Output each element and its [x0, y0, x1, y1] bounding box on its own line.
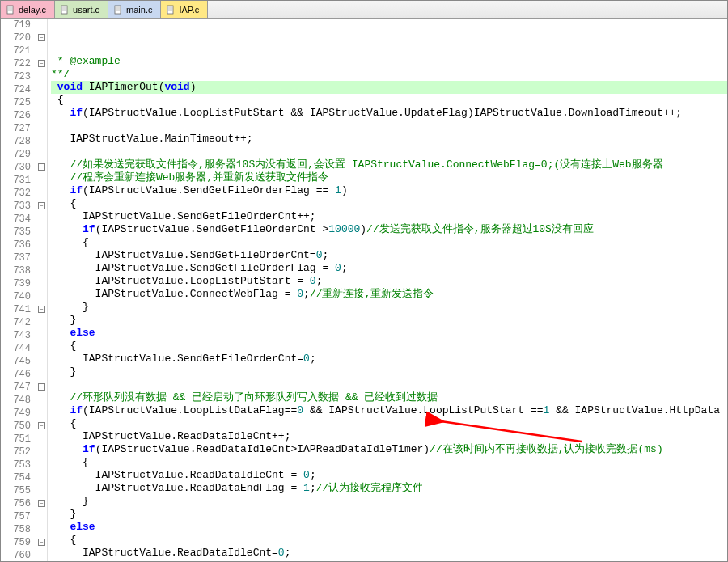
fold-toggle[interactable]: − — [38, 422, 45, 429]
line-number: 732 — [1, 187, 31, 200]
tab-main-c[interactable]: main.c — [108, 1, 161, 18]
line-number: 727 — [1, 122, 31, 135]
code-line[interactable]: IAPStructValue.SendGetFileOrderCnt++; — [51, 210, 727, 223]
code-line[interactable]: } — [51, 314, 727, 327]
line-number: 735 — [1, 226, 31, 239]
code-line[interactable]: { — [51, 340, 727, 353]
line-number: 748 — [1, 394, 31, 407]
line-number: 752 — [1, 446, 31, 458]
line-number-gutter: 7197207217227237247257267277287297307317… — [1, 19, 36, 561]
tab-label: delay.c — [19, 5, 46, 15]
code-line[interactable] — [51, 146, 727, 158]
code-line[interactable]: //程序会重新连接Web服务器,并重新发送获取文件指令 — [51, 171, 727, 184]
code-line[interactable]: } — [51, 495, 727, 508]
code-line[interactable]: { — [51, 236, 727, 249]
code-line[interactable] — [51, 120, 727, 133]
code-line[interactable]: if(IAPStructValue.SendGetFileOrderCnt >1… — [51, 223, 727, 236]
line-number: 719 — [1, 19, 31, 32]
line-number: 754 — [1, 471, 31, 484]
line-number: 758 — [1, 523, 31, 536]
code-line[interactable]: } — [51, 508, 727, 521]
code-line[interactable]: IAPStructValue.MainTimeout++; — [51, 133, 727, 146]
line-number: 741 — [1, 303, 31, 316]
code-line[interactable]: * @example — [51, 55, 727, 68]
fold-toggle[interactable]: − — [38, 202, 45, 209]
code-line[interactable]: //如果发送完获取文件指令,服务器10S内没有返回,会设置 IAPStructV… — [51, 158, 727, 171]
svg-rect-0 — [7, 6, 13, 14]
fold-toggle[interactable]: − — [38, 500, 45, 507]
code-line[interactable]: } — [51, 301, 727, 314]
code-line[interactable]: else — [51, 521, 727, 534]
code-line[interactable]: IAPStructValue.SendGetFileOrderCnt=0; — [51, 249, 727, 262]
fold-toggle[interactable]: − — [38, 163, 45, 171]
code-line[interactable]: IAPStructValue.ReadDataIdleCnt = 0; — [51, 469, 727, 482]
file-icon — [166, 5, 176, 15]
line-number: 720 — [1, 32, 31, 44]
code-line[interactable]: IAPStructValue.ReadDataIdleCnt=0; — [51, 547, 727, 560]
line-number: 723 — [1, 70, 31, 83]
code-line[interactable]: //环形队列没有数据 && 已经启动了向环形队列写入数据 && 已经收到过数据 — [51, 391, 727, 404]
code-line[interactable] — [51, 378, 727, 391]
code-line[interactable]: if(IAPStructValue.ReadDataIdleCnt>IAPRea… — [51, 443, 727, 456]
line-number: 722 — [1, 57, 31, 70]
line-number: 753 — [1, 458, 31, 471]
line-number: 746 — [1, 368, 31, 381]
code-line[interactable]: IAPStructValue.LoopListPutStart = 0; — [51, 275, 727, 288]
code-line[interactable]: { — [51, 197, 727, 210]
line-number: 736 — [1, 239, 31, 251]
tab-label: main.c — [126, 5, 152, 15]
line-number: 749 — [1, 407, 31, 420]
code-line[interactable]: if(IAPStructValue.LoopListDataFlag==0 &&… — [51, 404, 727, 417]
code-line[interactable]: IAPStructValue.ConnectWebFlag = 0;//重新连接… — [51, 288, 727, 301]
code-line[interactable]: } — [51, 560, 727, 561]
code-line[interactable]: IAPStructValue.SendGetFileOrderCnt=0; — [51, 353, 727, 366]
tab-usart-c[interactable]: usart.c — [55, 1, 108, 18]
code-line[interactable]: { — [51, 417, 727, 430]
fold-toggle[interactable]: − — [38, 539, 45, 546]
line-number: 755 — [1, 484, 31, 497]
line-number: 747 — [1, 381, 31, 394]
line-number: 729 — [1, 148, 31, 161]
line-number: 725 — [1, 96, 31, 109]
line-number: 740 — [1, 290, 31, 303]
code-line[interactable]: { — [51, 456, 727, 469]
line-number: 745 — [1, 355, 31, 368]
code-line[interactable]: { — [51, 94, 727, 107]
fold-toggle[interactable]: − — [38, 60, 45, 67]
code-line[interactable]: } — [51, 366, 727, 378]
code-line[interactable]: if(IAPStructValue.SendGetFileOrderFlag =… — [51, 184, 727, 197]
line-number: 731 — [1, 174, 31, 187]
code-line[interactable]: IAPStructValue.ReadDataEndFlag = 1;//认为接… — [51, 482, 727, 495]
editor-window: delay.cusart.cmain.cIAP.c 71972072172272… — [0, 0, 728, 562]
line-number: 724 — [1, 83, 31, 96]
line-number: 757 — [1, 510, 31, 523]
code-line[interactable]: IAPStructValue.SendGetFileOrderFlag = 0; — [51, 262, 727, 275]
line-number: 743 — [1, 329, 31, 342]
line-number: 734 — [1, 213, 31, 226]
svg-rect-1 — [61, 6, 67, 14]
tab-IAP-c[interactable]: IAP.c — [161, 1, 208, 18]
fold-toggle[interactable]: − — [38, 34, 45, 41]
code-line[interactable]: else — [51, 327, 727, 340]
line-number: 730 — [1, 161, 31, 174]
svg-rect-2 — [115, 6, 121, 14]
line-number: 742 — [1, 316, 31, 329]
line-number: 738 — [1, 264, 31, 277]
line-number: 726 — [1, 109, 31, 122]
code-line[interactable]: **/ — [51, 68, 727, 81]
code-line[interactable]: { — [51, 534, 727, 547]
line-number: 733 — [1, 200, 31, 213]
tab-label: usart.c — [73, 5, 99, 15]
tab-delay-c[interactable]: delay.c — [1, 1, 55, 18]
code-line[interactable]: void IAPTimerOut(void) — [51, 81, 727, 94]
fold-toggle[interactable]: − — [38, 306, 45, 313]
svg-rect-3 — [167, 6, 173, 14]
line-number: 751 — [1, 433, 31, 446]
fold-gutter: −−−−−−−−− — [36, 19, 48, 561]
line-number: 739 — [1, 277, 31, 290]
code-content[interactable]: * @example**/ void IAPTimerOut(void) { i… — [48, 19, 727, 561]
tab-label: IAP.c — [179, 5, 199, 15]
code-line[interactable]: if(IAPStructValue.LoopListPutStart && IA… — [51, 107, 727, 120]
fold-toggle[interactable]: − — [38, 383, 45, 391]
code-line[interactable]: IAPStructValue.ReadDataIdleCnt++; — [51, 430, 727, 443]
